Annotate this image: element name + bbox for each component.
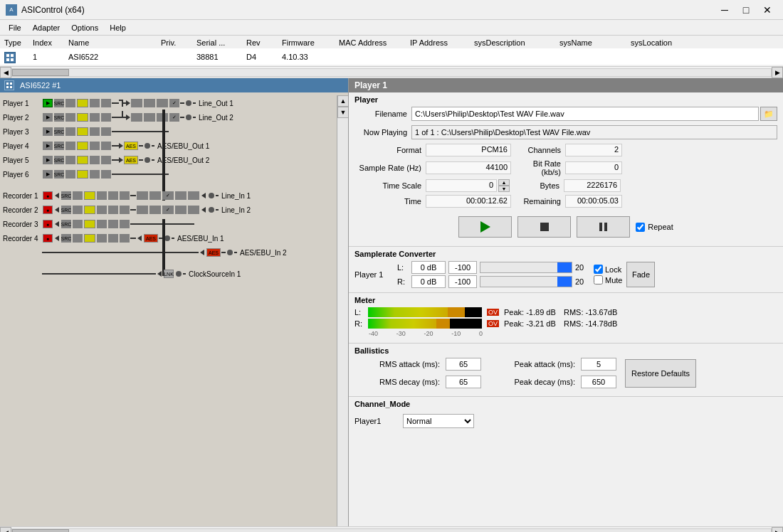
recorder-3-btn4[interactable] [84, 220, 95, 228]
close-button[interactable]: ✕ [757, 3, 777, 17]
rms-decay-input[interactable] [446, 376, 481, 388]
player-2-btn1[interactable]: ▶ [43, 113, 53, 122]
player-1-rbtn3[interactable] [157, 99, 168, 107]
bottom-scroll-left[interactable]: ◀ [0, 527, 11, 533]
stop-button[interactable] [517, 216, 571, 238]
player-2-btn6[interactable] [101, 113, 111, 122]
mute-checkbox[interactable] [594, 275, 603, 284]
peak-attack-input[interactable] [581, 358, 616, 371]
player-2-rbtn1[interactable] [131, 113, 142, 122]
player-5-btn4[interactable] [77, 156, 88, 164]
bottom-scroll-right[interactable]: ▶ [772, 527, 783, 533]
player-3-btn1[interactable]: ▶ [43, 127, 53, 136]
recorder-2-btn5[interactable] [97, 206, 107, 214]
recorder-2-btn7[interactable] [120, 206, 130, 214]
left-vscroll[interactable]: ▲ ▼ [337, 95, 348, 526]
recorder-3-btn2[interactable]: SRC [61, 220, 71, 228]
player-2-btn4[interactable] [77, 113, 88, 122]
recorder-1-btn6[interactable] [108, 191, 118, 200]
recorder-1-rbtn5[interactable] [188, 191, 199, 200]
player-1-play-btn[interactable]: ▶ [43, 99, 53, 107]
player-4-btn3[interactable] [65, 142, 75, 150]
pause-button[interactable] [577, 216, 630, 238]
recorder-4-btn2[interactable]: SRC [61, 234, 71, 243]
recorder-2-rbtn3[interactable]: ✓ [162, 206, 174, 214]
scroll-track[interactable] [11, 68, 772, 77]
recorder-1-btn2[interactable]: SRC [61, 191, 71, 200]
minimize-button[interactable]: ─ [715, 3, 735, 17]
player-3-btn6[interactable] [101, 127, 111, 136]
player-4-btn2[interactable]: SRC [54, 142, 64, 150]
scroll-thumb[interactable] [12, 69, 69, 76]
recorder-1-btn7[interactable] [120, 191, 130, 200]
player-5-btn1[interactable]: ▶ [43, 156, 53, 164]
menu-options[interactable]: Options [65, 22, 104, 33]
player-5-btn3[interactable] [65, 156, 75, 164]
lock-checkbox[interactable] [594, 265, 603, 274]
sr-r-slider-track[interactable] [480, 276, 572, 287]
recorder-1-btn5[interactable] [97, 191, 107, 200]
player-1-btn3[interactable] [65, 99, 75, 107]
clock-lnk[interactable]: LNK [164, 270, 174, 278]
repeat-checkbox[interactable] [636, 223, 645, 232]
table-row[interactable]: 1 ASI6522 38881 D4 4.10.33 [0, 48, 783, 65]
player-3-btn4[interactable] [77, 127, 88, 136]
player-3-btn3[interactable] [65, 127, 75, 136]
player-1-btn5[interactable] [90, 99, 100, 107]
player-4-aes[interactable]: AES [124, 142, 138, 150]
player-1-btn6[interactable] [101, 99, 111, 107]
recorder-4-btn6[interactable] [108, 234, 118, 243]
menu-file[interactable]: File [3, 22, 27, 33]
vscroll-down[interactable]: ▼ [337, 107, 349, 118]
recorder-3-btn6[interactable] [108, 220, 118, 228]
recorder-3-btn7[interactable] [120, 220, 130, 228]
player-6-btn5[interactable] [90, 170, 100, 179]
player-2-btn3[interactable] [65, 113, 75, 122]
sr-l-val-input[interactable] [448, 261, 477, 274]
recorder-3-btn1[interactable]: ● [43, 220, 53, 228]
player-1-rbtn1[interactable] [131, 99, 142, 107]
sr-r-db-input[interactable] [411, 275, 446, 288]
bottom-scroll-thumb[interactable] [12, 529, 69, 533]
player-1-btn2[interactable]: SRC [54, 99, 64, 107]
recorder-2-rbtn1[interactable] [137, 206, 148, 214]
player-3-btn2[interactable]: SRC [54, 127, 64, 136]
recorder-2-rbtn4[interactable] [175, 206, 186, 214]
recorder-2-btn4[interactable] [84, 206, 95, 214]
recorder-3-btn3[interactable] [73, 220, 83, 228]
fade-button[interactable]: Fade [626, 262, 655, 287]
player-2-rbtn4[interactable]: ✓ [169, 113, 179, 122]
player-5-btn5[interactable] [90, 156, 100, 164]
player-1-btn4[interactable] [77, 99, 88, 107]
recorder-2-rbtn2[interactable] [149, 206, 161, 214]
recorder-3-btn5[interactable] [97, 220, 107, 228]
sr-r-val-input[interactable] [448, 275, 477, 288]
player-2-btn5[interactable] [90, 113, 100, 122]
menu-help[interactable]: Help [104, 22, 132, 33]
top-horizontal-scrollbar[interactable]: ◀ ▶ [0, 67, 783, 78]
player-2-btn2[interactable]: SRC [54, 113, 64, 122]
recorder-2-rbtn5[interactable] [188, 206, 199, 214]
sr-l-slider-track[interactable] [480, 262, 572, 273]
player-6-btn3[interactable] [65, 170, 75, 179]
recorder-1-btn1[interactable]: ● [43, 191, 53, 200]
timescale-spinner[interactable]: ▲ ▼ [498, 179, 510, 192]
recorder-1-rbtn4[interactable] [175, 191, 186, 200]
player-4-btn1[interactable]: ▶ [43, 142, 53, 150]
player-1-rbtn4[interactable]: ✓ [169, 99, 179, 107]
player-5-btn6[interactable] [101, 156, 111, 164]
restore-defaults-button[interactable]: Restore Defaults [625, 359, 696, 388]
browse-button[interactable]: 📁 [760, 107, 777, 121]
recorder-2-btn2[interactable]: SRC [61, 206, 71, 214]
recorder-1-btn4[interactable] [84, 191, 95, 200]
recorder-1-btn3[interactable] [73, 191, 83, 200]
player-3-btn5[interactable] [90, 127, 100, 136]
bottom-horizontal-scrollbar[interactable]: ◀ ▶ [0, 526, 783, 532]
recorder-2-btn3[interactable] [73, 206, 83, 214]
recorder-4-btn5[interactable] [97, 234, 107, 243]
rms-attack-input[interactable] [446, 358, 481, 371]
recorder-1-rbtn3[interactable]: ✓ [162, 191, 174, 200]
maximize-button[interactable]: □ [736, 3, 756, 17]
sr-l-db-input[interactable] [411, 261, 446, 274]
recorder-4-btn7[interactable] [120, 234, 130, 243]
